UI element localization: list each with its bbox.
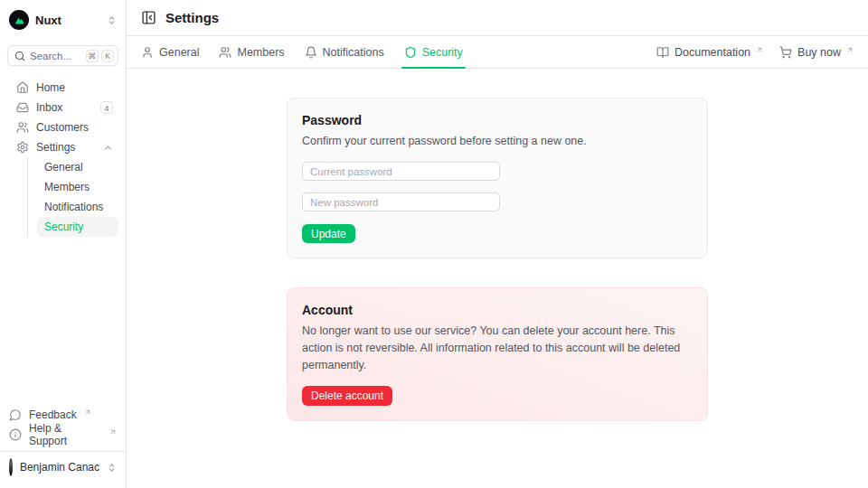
feedback-link[interactable]: Feedback	[7, 406, 118, 424]
password-card-description: Confirm your current password before set…	[302, 133, 693, 150]
bell-icon	[305, 46, 317, 59]
sidebar-footer: Feedback Help & Support	[7, 406, 118, 451]
sidebar-item-settings[interactable]: Settings	[7, 137, 118, 157]
sidebar-item-members[interactable]: Members	[37, 177, 118, 197]
sidebar-item-label: Home	[36, 81, 113, 94]
chevrons-up-down-icon	[107, 463, 117, 473]
settings-subnav: General Members Notifications Security	[27, 157, 118, 237]
tab-label: Notifications	[323, 46, 384, 59]
update-button[interactable]: Update	[302, 224, 355, 243]
tab-members[interactable]: Members	[219, 36, 284, 68]
workspace-name: Nuxt	[35, 14, 61, 27]
book-icon	[656, 46, 669, 59]
settings-security-content: Password Confirm your current password b…	[127, 69, 868, 488]
external-link-icon	[846, 46, 854, 53]
chevrons-up-down-icon	[107, 15, 117, 25]
home-icon	[16, 81, 29, 94]
search-shortcut: ⌘ K	[86, 50, 115, 62]
sidebar-item-general[interactable]: General	[37, 157, 118, 177]
sub-item-label: Notifications	[44, 201, 103, 213]
nuxt-logo-icon	[9, 10, 29, 30]
kbd-cmd: ⌘	[86, 50, 99, 62]
documentation-label: Documentation	[675, 46, 750, 59]
users-icon	[16, 121, 29, 134]
sidebar-item-label: Inbox	[36, 101, 93, 114]
help-support-link[interactable]: Help & Support	[7, 426, 118, 444]
sidebar-item-security[interactable]: Security	[37, 217, 118, 237]
chevron-up-icon	[103, 143, 113, 153]
user-icon	[141, 46, 154, 59]
search-placeholder: Search...	[30, 51, 81, 61]
header-links: Documentation Buy now	[656, 46, 854, 59]
sidebar-item-notifications[interactable]: Notifications	[37, 197, 118, 217]
sidebar-item-label: Customers	[36, 121, 113, 134]
sidebar: Nuxt Search... ⌘ K Home	[0, 0, 127, 488]
page-header: Settings	[127, 0, 868, 36]
panel-left-close-icon[interactable]	[141, 10, 156, 25]
external-link-icon	[756, 46, 763, 53]
user-name: Benjamin Canac	[20, 461, 99, 474]
current-password-input[interactable]	[310, 166, 492, 177]
password-card: Password Confirm your current password b…	[287, 98, 708, 258]
feedback-label: Feedback	[29, 408, 77, 421]
tab-label: Members	[237, 46, 284, 59]
main: Settings General Members Notifications	[127, 0, 868, 488]
info-icon	[9, 428, 22, 441]
sidebar-item-home[interactable]: Home	[7, 78, 118, 98]
chat-bubble-icon	[9, 408, 22, 421]
documentation-link[interactable]: Documentation	[656, 46, 763, 59]
account-card-title: Account	[302, 303, 693, 317]
account-card: Account No longer want to use our servic…	[287, 287, 708, 421]
buy-now-link[interactable]: Buy now	[779, 46, 854, 59]
password-card-title: Password	[302, 113, 693, 127]
sub-item-label: General	[44, 161, 83, 174]
external-link-icon	[84, 408, 91, 416]
tab-label: General	[159, 46, 199, 59]
search-input[interactable]: Search... ⌘ K	[7, 45, 118, 66]
sidebar-item-inbox[interactable]: Inbox 4	[7, 98, 118, 117]
tab-notifications[interactable]: Notifications	[305, 36, 384, 68]
new-password-input[interactable]	[310, 197, 492, 208]
inbox-count-badge: 4	[100, 101, 113, 114]
user-menu[interactable]: Benjamin Canac	[0, 451, 126, 481]
app: Nuxt Search... ⌘ K Home	[0, 0, 868, 488]
cart-icon	[779, 46, 792, 59]
sidebar-item-label: Settings	[36, 141, 96, 154]
avatar	[9, 458, 13, 476]
page-title: Settings	[165, 10, 219, 25]
help-support-label: Help & Support	[29, 422, 102, 447]
delete-account-button[interactable]: Delete account	[302, 386, 392, 406]
account-card-description: No longer want to use our service? You c…	[302, 323, 693, 374]
gear-icon	[16, 141, 29, 154]
sidebar-nav: Home Inbox 4 Customers Settings	[7, 78, 118, 406]
workspace-switcher[interactable]: Nuxt	[7, 7, 118, 33]
search-icon	[14, 51, 25, 61]
kbd-k: K	[101, 50, 114, 62]
sidebar-item-customers[interactable]: Customers	[7, 117, 118, 137]
tab-label: Security	[422, 46, 463, 59]
tab-general[interactable]: General	[141, 36, 199, 68]
shield-icon	[404, 46, 417, 59]
external-link-icon	[109, 428, 117, 436]
sub-item-label: Members	[44, 181, 90, 193]
buy-now-label: Buy now	[797, 46, 841, 59]
tab-security[interactable]: Security	[404, 36, 463, 68]
current-password-field-wrap	[302, 162, 500, 181]
sub-item-label: Security	[44, 221, 83, 233]
users-icon	[219, 46, 231, 59]
inbox-icon	[16, 101, 29, 114]
tabbar: General Members Notifications Security	[127, 36, 868, 69]
new-password-field-wrap	[302, 192, 500, 211]
